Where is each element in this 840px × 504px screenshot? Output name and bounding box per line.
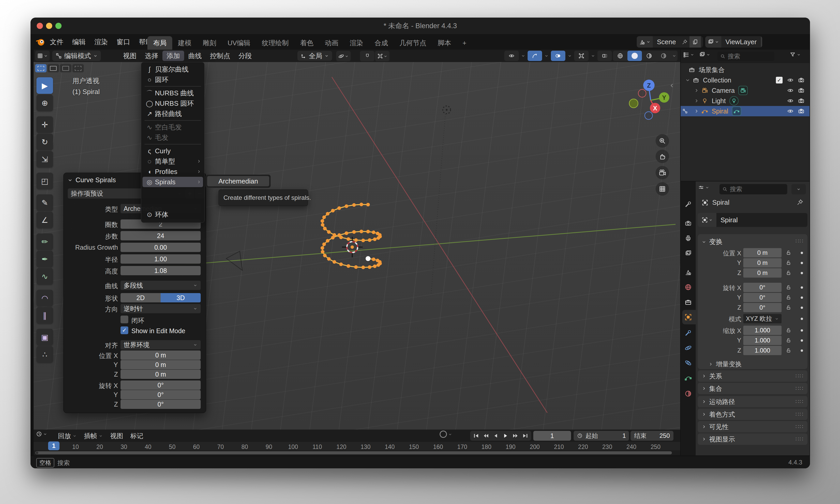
tab-view-layer[interactable] xyxy=(683,248,693,258)
workspace-tab-几何节点[interactable]: 几何节点 xyxy=(393,36,432,50)
rotation-y-field[interactable]: 0° xyxy=(121,390,201,399)
lock-icon[interactable] xyxy=(785,259,792,266)
minimize-window-button[interactable] xyxy=(46,23,52,29)
viewport-menu-控制点[interactable]: 控制点 xyxy=(206,51,234,61)
spiral-control-point[interactable] xyxy=(347,264,350,268)
timeline-menu-插帧[interactable]: 插帧 xyxy=(81,430,107,442)
rotation-mode-dropdown[interactable]: XYZ 欧拉 xyxy=(743,314,782,323)
zoom-window-button[interactable] xyxy=(55,23,62,29)
scene-icon[interactable] xyxy=(637,36,653,48)
curve-data-icon[interactable] xyxy=(732,107,741,116)
outliner-search-input[interactable]: 搜索 xyxy=(717,52,774,61)
pin-icon[interactable] xyxy=(680,39,689,45)
object-name-field[interactable]: Spiral xyxy=(716,213,807,227)
spiral-control-point[interactable] xyxy=(333,233,336,237)
select-mode-set-button[interactable] xyxy=(35,64,47,72)
tab-tool[interactable] xyxy=(683,199,693,210)
navigation-gizmo[interactable]: Z Y X xyxy=(626,77,675,124)
workspace-tab-布局[interactable]: 布局 xyxy=(147,36,172,50)
radius-growth-field[interactable]: 0.00 xyxy=(121,243,201,252)
spiral-control-point[interactable] xyxy=(321,219,324,223)
prop-rotation-x[interactable]: 0° xyxy=(743,283,782,292)
viewport-menu-添加[interactable]: 添加 xyxy=(162,51,184,61)
spiral-control-point[interactable] xyxy=(361,238,365,242)
viewport-menu-曲线[interactable]: 曲线 xyxy=(184,51,206,61)
timeline-menu-回放[interactable]: 回放 xyxy=(54,430,81,442)
animate-dot[interactable] xyxy=(801,318,803,320)
spiral-active-point[interactable] xyxy=(366,256,371,261)
prop-scale-z[interactable]: 1.000 xyxy=(743,346,782,355)
spiral-control-point[interactable] xyxy=(321,250,325,254)
viewlayer-icon[interactable] xyxy=(705,36,721,48)
prop-rotation-y[interactable]: 0° xyxy=(743,293,782,302)
drag-handle-icon[interactable]: ∷∷ xyxy=(795,238,804,245)
eye-icon[interactable] xyxy=(787,87,794,94)
animate-dot[interactable] xyxy=(801,307,803,309)
collection-checkbox[interactable]: ✓ xyxy=(776,77,783,84)
tab-scene[interactable] xyxy=(683,267,693,277)
spiral-control-point[interactable] xyxy=(347,237,350,241)
spiral-control-point[interactable] xyxy=(326,239,330,242)
section-relations[interactable]: 关系∷∷ xyxy=(698,371,807,382)
spiral-control-point[interactable] xyxy=(339,263,343,266)
animate-dot[interactable] xyxy=(801,329,803,331)
spiral-control-point[interactable] xyxy=(354,265,358,269)
prop-location-z[interactable]: 0 m xyxy=(743,268,782,277)
tool-rotate[interactable]: ↻ xyxy=(36,133,53,150)
auto-key-button[interactable] xyxy=(440,431,452,438)
submenu-item-archemedian[interactable]: Archemedian xyxy=(207,176,269,186)
eye-icon[interactable] xyxy=(787,108,794,115)
transform-panel-header[interactable]: 变换 xyxy=(701,237,722,246)
outliner-editor-type-button[interactable] xyxy=(683,51,695,58)
workspace-tab-合成[interactable]: 合成 xyxy=(369,36,393,50)
light-data-icon[interactable] xyxy=(729,96,739,105)
frame-end-field[interactable]: 结束 250 xyxy=(631,431,673,441)
tab-world[interactable] xyxy=(683,282,693,292)
animate-dot[interactable] xyxy=(801,272,803,274)
snap-settings-button[interactable] xyxy=(375,51,389,61)
lock-icon[interactable] xyxy=(785,269,792,276)
outliner-row-scene-collection[interactable]: 场景集合 xyxy=(681,65,809,75)
rotation-z-field[interactable]: 0° xyxy=(121,400,201,409)
lock-icon[interactable] xyxy=(785,294,792,301)
play-button[interactable] xyxy=(501,431,510,441)
add-menu-item-torus[interactable]: ⊙环体 xyxy=(142,209,203,220)
spiral-control-point[interactable] xyxy=(373,265,377,268)
tool-curve-edit[interactable]: ∿ xyxy=(36,268,53,285)
location-x-field[interactable]: 0 m xyxy=(121,350,201,360)
lock-icon[interactable] xyxy=(785,337,792,343)
section-motion-paths[interactable]: 运动路径∷∷ xyxy=(698,396,807,407)
spiral-control-point[interactable] xyxy=(354,238,358,242)
frame-start-field[interactable]: 起始 1 xyxy=(574,431,629,441)
viewport-menu-视图[interactable]: 视图 xyxy=(119,51,141,61)
snap-toggle-button[interactable] xyxy=(360,51,374,61)
camera-visibility-icon[interactable] xyxy=(798,76,805,84)
tab-collection[interactable] xyxy=(683,297,693,307)
delta-transform-section[interactable]: 增量变换 xyxy=(708,360,742,368)
outliner-row-camera[interactable]: Camera xyxy=(681,85,809,96)
section-viewport-display[interactable]: 视图显示∷∷ xyxy=(698,433,807,445)
show-edit-mode-checkbox[interactable]: ✓ xyxy=(121,326,128,334)
tool-scale[interactable]: ⇲ xyxy=(36,151,53,167)
prev-keyframe-button[interactable] xyxy=(481,431,491,441)
animate-dot[interactable] xyxy=(801,349,803,352)
add-menu-item-curly[interactable]: ςCurly xyxy=(142,146,203,156)
timeline-ruler[interactable]: 1020304050607080901001101201301401501601… xyxy=(34,442,680,450)
spiral-control-point[interactable] xyxy=(333,260,336,264)
camera-data-icon[interactable] xyxy=(738,86,748,95)
viewport-menu-分段[interactable]: 分段 xyxy=(234,51,256,61)
tab-output[interactable] xyxy=(683,233,693,244)
steps-field[interactable]: 24 xyxy=(121,231,201,240)
lock-icon[interactable] xyxy=(785,249,792,256)
panel-header[interactable]: Curve Spirals xyxy=(67,176,116,184)
height-field[interactable]: 1.08 xyxy=(121,266,201,275)
add-menu-item-nurbs-curve[interactable]: ⌒NURBS 曲线 xyxy=(142,88,203,98)
spiral-control-point[interactable] xyxy=(377,236,380,240)
spiral-control-point[interactable] xyxy=(352,203,356,207)
spiral-control-point[interactable] xyxy=(372,257,375,261)
spiral-control-point[interactable] xyxy=(327,230,331,234)
add-menu-item-profiles[interactable]: ◖Profiles xyxy=(142,166,203,177)
proportional-edit-button[interactable] xyxy=(528,51,542,61)
animate-dot[interactable] xyxy=(801,252,803,254)
mode-dropdown[interactable]: 编辑模式 xyxy=(52,51,101,61)
